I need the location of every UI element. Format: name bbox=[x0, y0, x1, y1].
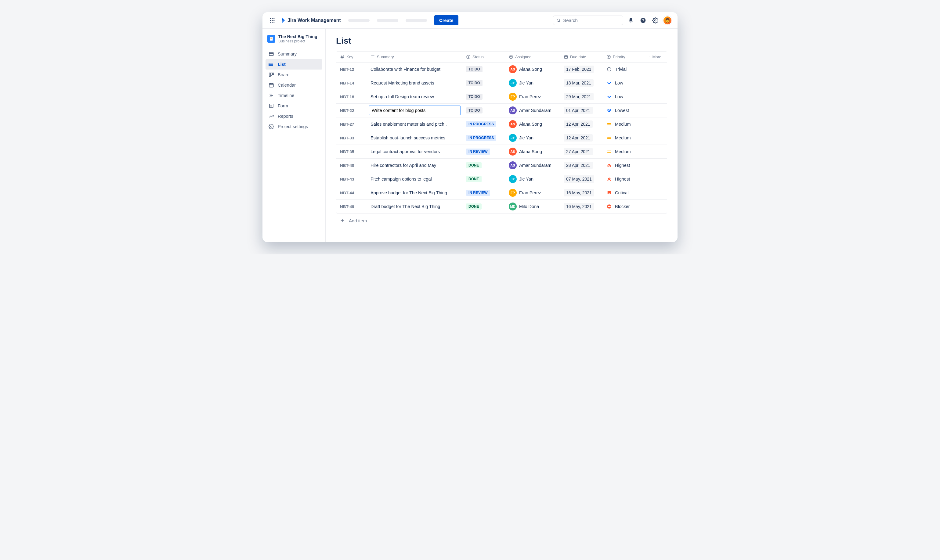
priority-cell[interactable]: Critical bbox=[606, 190, 629, 195]
col-header-due[interactable]: Due date bbox=[560, 52, 603, 62]
sidebar-item-project-settings[interactable]: Project settings bbox=[265, 122, 322, 132]
table-row[interactable]: NBT-27Sales enablement materials and pit… bbox=[336, 117, 667, 131]
issue-key[interactable]: NBT-14 bbox=[340, 81, 354, 85]
profile-avatar[interactable]: 👩 bbox=[663, 16, 672, 25]
due-date[interactable]: 18 Mar, 2021 bbox=[564, 79, 593, 87]
due-date[interactable]: 28 Apr, 2021 bbox=[564, 162, 593, 169]
product-logo[interactable]: Jira Work Management bbox=[280, 17, 341, 23]
status-badge[interactable]: IN REVIEW bbox=[466, 149, 490, 155]
sidebar-item-reports[interactable]: Reports bbox=[265, 111, 322, 122]
search-box[interactable] bbox=[553, 15, 623, 25]
assignee-avatar[interactable]: AS bbox=[509, 148, 517, 155]
assignee-avatar[interactable]: AS bbox=[509, 106, 517, 114]
assignee-avatar[interactable]: JY bbox=[509, 175, 517, 183]
table-row[interactable]: NBT-40Hire contractors for April and May… bbox=[336, 158, 667, 172]
assignee-avatar[interactable]: FP bbox=[509, 189, 517, 197]
table-row[interactable]: NBT-49Draft budget for The Next Big Thin… bbox=[336, 200, 667, 213]
sidebar-item-board[interactable]: Board bbox=[265, 69, 322, 80]
status-badge[interactable]: TO DO bbox=[466, 94, 482, 100]
status-badge[interactable]: DONE bbox=[466, 176, 482, 182]
issue-key[interactable]: NBT-12 bbox=[340, 67, 354, 72]
table-row[interactable]: NBT-35Legal contract approval for vendor… bbox=[336, 145, 667, 158]
project-header[interactable]: The Next Big Thing Business project bbox=[265, 34, 322, 49]
assignee-avatar[interactable]: AS bbox=[509, 65, 517, 73]
priority-cell[interactable]: Trivial bbox=[606, 66, 627, 72]
status-badge[interactable]: TO DO bbox=[466, 66, 482, 72]
due-date[interactable]: 01 Apr, 2021 bbox=[564, 107, 593, 114]
priority-cell[interactable]: Medium bbox=[606, 122, 631, 127]
table-row[interactable]: NBT-14Request Marketing brand assetsTO D… bbox=[336, 76, 667, 90]
status-badge[interactable]: TO DO bbox=[466, 108, 482, 114]
issue-summary[interactable]: Hire contractors for April and May bbox=[370, 163, 436, 168]
table-row[interactable]: NBT-33Establish post-launch success metr… bbox=[336, 131, 667, 145]
status-badge[interactable]: DONE bbox=[466, 203, 482, 209]
issue-key[interactable]: NBT-43 bbox=[340, 177, 354, 182]
priority-cell[interactable]: Blocker bbox=[606, 204, 630, 209]
summary-input[interactable] bbox=[369, 106, 461, 115]
sidebar-item-list[interactable]: List bbox=[265, 59, 322, 69]
due-date[interactable]: 12 Apr, 2021 bbox=[564, 120, 593, 128]
status-badge[interactable]: IN REVIEW bbox=[466, 190, 490, 196]
issue-summary[interactable]: Pitch campaign options to legal bbox=[370, 177, 432, 182]
sidebar-item-summary[interactable]: Summary bbox=[265, 49, 322, 59]
table-row[interactable]: NBT-43Pitch campaign options to legalDON… bbox=[336, 172, 667, 186]
due-date[interactable]: 16 May, 2021 bbox=[564, 203, 594, 210]
due-date[interactable]: 16 May, 2021 bbox=[564, 189, 594, 197]
issue-summary[interactable]: Draft budget for The Next Big Thing bbox=[370, 204, 440, 209]
col-header-key[interactable]: Key bbox=[336, 52, 367, 62]
issue-summary[interactable]: Approve budget for The Next Big Thing bbox=[370, 190, 447, 195]
issue-key[interactable]: NBT-33 bbox=[340, 136, 354, 140]
col-header-summary[interactable]: Summary bbox=[367, 52, 462, 62]
priority-cell[interactable]: Lowest bbox=[606, 108, 629, 113]
assignee-avatar[interactable]: JY bbox=[509, 134, 517, 142]
table-row[interactable]: NBT-22TO DOASAmar Sundaram01 Apr, 2021Lo… bbox=[336, 104, 667, 117]
col-header-priority[interactable]: Priority bbox=[603, 52, 646, 62]
search-input[interactable] bbox=[563, 18, 620, 23]
status-badge[interactable]: TO DO bbox=[466, 80, 482, 86]
sidebar-item-timeline[interactable]: Timeline bbox=[265, 90, 322, 101]
due-date[interactable]: 07 May, 2021 bbox=[564, 175, 594, 183]
issue-key[interactable]: NBT-35 bbox=[340, 149, 354, 154]
help-icon[interactable]: ? bbox=[638, 16, 648, 25]
col-header-assignee[interactable]: Assignee bbox=[505, 52, 560, 62]
due-date[interactable]: 29 Mar, 2021 bbox=[564, 93, 593, 100]
col-header-status[interactable]: Status bbox=[462, 52, 505, 62]
notifications-icon[interactable] bbox=[626, 16, 635, 25]
priority-cell[interactable]: Low bbox=[606, 80, 623, 86]
issue-summary[interactable]: Set up a full Design team review bbox=[370, 94, 434, 99]
priority-cell[interactable]: Low bbox=[606, 94, 623, 99]
status-badge[interactable]: DONE bbox=[466, 162, 482, 168]
issue-key[interactable]: NBT-22 bbox=[340, 108, 354, 113]
issue-summary[interactable]: Collaborate with Finance for budget bbox=[370, 67, 441, 72]
sidebar-item-calendar[interactable]: Calendar bbox=[265, 80, 322, 90]
issue-key[interactable]: NBT-44 bbox=[340, 191, 354, 195]
table-row[interactable]: NBT-12Collaborate with Finance for budge… bbox=[336, 63, 667, 76]
add-item-button[interactable]: Add item bbox=[336, 214, 667, 228]
app-switcher-icon[interactable] bbox=[268, 16, 276, 25]
issue-summary[interactable]: Request Marketing brand assets bbox=[370, 80, 434, 85]
issue-summary[interactable]: Sales enablement materials and pitch.. bbox=[370, 122, 447, 126]
issue-key[interactable]: NBT-49 bbox=[340, 205, 354, 209]
sidebar-item-form[interactable]: Form bbox=[265, 101, 322, 111]
priority-cell[interactable]: Medium bbox=[606, 149, 631, 154]
settings-icon[interactable] bbox=[651, 16, 660, 25]
issue-summary[interactable]: Legal contract approval for vendors bbox=[370, 149, 440, 154]
issue-key[interactable]: NBT-27 bbox=[340, 122, 354, 126]
assignee-avatar[interactable]: AS bbox=[509, 120, 517, 128]
due-date[interactable]: 27 Apr, 2021 bbox=[564, 148, 593, 155]
priority-cell[interactable]: Medium bbox=[606, 135, 631, 141]
assignee-avatar[interactable]: AS bbox=[509, 162, 517, 169]
priority-cell[interactable]: Highest bbox=[606, 176, 630, 182]
create-button[interactable]: Create bbox=[434, 15, 458, 25]
due-date[interactable]: 12 Apr, 2021 bbox=[564, 134, 593, 142]
due-date[interactable]: 17 Feb, 2021 bbox=[564, 66, 594, 73]
status-badge[interactable]: IN PROGRESS bbox=[466, 135, 496, 141]
status-badge[interactable]: IN PROGRESS bbox=[466, 121, 496, 127]
assignee-avatar[interactable]: MD bbox=[509, 203, 517, 211]
issue-summary[interactable]: Establish post-launch success metrics bbox=[370, 135, 445, 140]
assignee-avatar[interactable]: JY bbox=[509, 79, 517, 87]
issue-key[interactable]: NBT-18 bbox=[340, 95, 354, 99]
table-row[interactable]: NBT-18Set up a full Design team reviewTO… bbox=[336, 90, 667, 104]
col-header-more[interactable]: More bbox=[646, 52, 667, 62]
priority-cell[interactable]: Highest bbox=[606, 163, 630, 168]
